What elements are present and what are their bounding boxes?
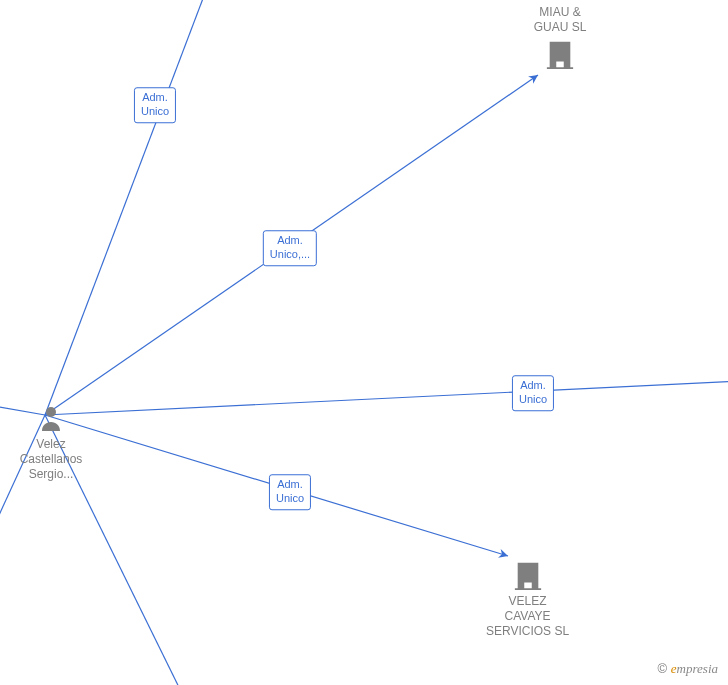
edges-layer xyxy=(0,0,728,685)
edge-label-adm-unico-4[interactable]: Adm. Unico xyxy=(269,474,311,510)
brand-rest: mpresia xyxy=(677,661,718,676)
copyright-symbol: © xyxy=(658,661,668,676)
node-person-velez[interactable]: Velez Castellanos Sergio... xyxy=(16,405,86,482)
node-person-label: Velez Castellanos Sergio... xyxy=(16,437,86,482)
copyright: © empresia xyxy=(658,661,718,677)
node-company-velez-cavaye-label: VELEZ CAVAYE SERVICIOS SL xyxy=(475,594,580,639)
person-icon xyxy=(16,405,86,433)
node-company-velez-cavaye[interactable]: VELEZ CAVAYE SERVICIOS SL xyxy=(475,560,580,639)
node-company-miau-guau[interactable]: MIAU & GUAU SL xyxy=(520,5,600,69)
building-icon xyxy=(475,560,580,590)
edge-line-right-offscreen xyxy=(45,380,728,415)
diagram-canvas: Adm. Unico Adm. Unico,... Adm. Unico Adm… xyxy=(0,0,728,685)
edge-label-adm-unico-1[interactable]: Adm. Unico xyxy=(134,87,176,123)
edge-label-adm-unico-3[interactable]: Adm. Unico xyxy=(512,375,554,411)
edge-line-top-offscreen xyxy=(45,0,210,415)
node-company-miau-guau-label: MIAU & GUAU SL xyxy=(520,5,600,35)
edge-label-adm-unico-2[interactable]: Adm. Unico,... xyxy=(263,230,317,266)
building-icon xyxy=(520,39,600,69)
